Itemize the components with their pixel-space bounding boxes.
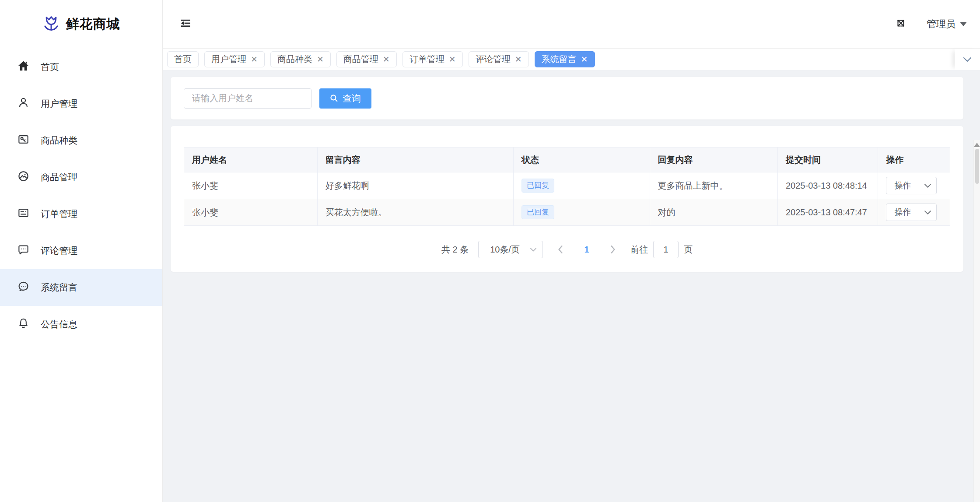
admin-label: 管理员 xyxy=(927,18,956,31)
cell-time: 2025-03-13 08:47:47 xyxy=(778,199,878,226)
top-header: 管理员 xyxy=(163,0,980,49)
tab-comment-management[interactable]: 评论管理 ✕ xyxy=(469,51,529,67)
message-bubble-icon xyxy=(18,281,29,295)
cell-message: 好多鲜花啊 xyxy=(317,172,513,199)
admin-dropdown[interactable]: 管理员 xyxy=(927,18,967,31)
user-icon xyxy=(18,97,29,111)
close-icon[interactable]: ✕ xyxy=(317,55,324,63)
tab-label: 评论管理 xyxy=(476,53,511,65)
tab-order-management[interactable]: 订单管理 ✕ xyxy=(402,51,463,67)
cell-actions: 操作 xyxy=(878,172,950,199)
collapse-sidebar-button[interactable] xyxy=(179,18,192,30)
cell-time: 2025-03-13 08:48:14 xyxy=(778,172,878,199)
sidebar-item-comments[interactable]: 评论管理 xyxy=(0,232,162,269)
sidebar-item-product-management[interactable]: 商品管理 xyxy=(0,159,162,196)
cell-reply: 更多商品上新中。 xyxy=(650,172,777,199)
app-window: 鲜花商城 首页 用户管理 xyxy=(0,0,980,502)
row-action-dropdown[interactable]: 操作 xyxy=(886,177,937,194)
scroll-up-arrow-icon[interactable] xyxy=(974,143,980,147)
tab-label: 系统留言 xyxy=(542,53,577,65)
chevron-down-icon[interactable] xyxy=(919,204,936,221)
col-username: 用户姓名 xyxy=(184,147,318,172)
col-status: 状态 xyxy=(513,147,650,172)
pagination: 共 2 条 10条/页 1 xyxy=(184,241,950,258)
tab-label: 订单管理 xyxy=(410,53,444,65)
sidebar-item-label: 订单管理 xyxy=(41,208,77,220)
chevron-down-icon[interactable] xyxy=(919,177,936,194)
close-icon[interactable]: ✕ xyxy=(251,55,258,63)
sidebar-item-system-messages[interactable]: 系统留言 xyxy=(0,269,162,306)
content-area: 查询 用户姓名 留言内容 状态 回复内容 xyxy=(163,70,980,502)
sidebar-menu: 首页 用户管理 商品种 xyxy=(0,49,162,343)
col-actions: 操作 xyxy=(878,147,950,172)
fullscreen-icon[interactable] xyxy=(895,18,906,31)
tab-label: 用户管理 xyxy=(211,53,246,65)
query-button[interactable]: 查询 xyxy=(319,88,371,109)
bell-icon xyxy=(18,317,29,331)
chevron-down-icon xyxy=(960,22,967,26)
tab-product-category[interactable]: 商品种类 ✕ xyxy=(270,51,331,67)
cell-username: 张小斐 xyxy=(184,172,318,199)
cell-status: 已回复 xyxy=(513,199,650,226)
row-action-dropdown[interactable]: 操作 xyxy=(886,204,937,221)
tab-label: 商品管理 xyxy=(343,53,378,65)
prev-page-button[interactable] xyxy=(553,241,568,258)
sidebar-item-label: 用户管理 xyxy=(41,98,77,110)
logo: 鲜花商城 xyxy=(0,0,162,49)
comment-bubble-icon xyxy=(18,244,29,258)
close-icon[interactable]: ✕ xyxy=(515,55,522,63)
sidebar: 鲜花商城 首页 用户管理 xyxy=(0,0,163,502)
cell-actions: 操作 xyxy=(878,199,950,226)
cell-reply: 对的 xyxy=(650,199,777,226)
sidebar-item-label: 公告信息 xyxy=(41,318,77,330)
sidebar-item-announcements[interactable]: 公告信息 xyxy=(0,306,162,343)
messages-table: 用户姓名 留言内容 状态 回复内容 提交时间 操作 张小斐 好多鲜花啊 xyxy=(184,147,950,226)
sidebar-item-label: 评论管理 xyxy=(41,245,77,257)
sidebar-item-label: 首页 xyxy=(41,61,59,73)
sidebar-item-product-category[interactable]: 商品种类 xyxy=(0,122,162,159)
scrollbar-thumb[interactable] xyxy=(975,149,979,184)
vertical-scrollbar[interactable] xyxy=(973,140,980,502)
status-badge: 已回复 xyxy=(522,205,554,219)
search-input[interactable] xyxy=(184,88,312,109)
order-card-icon xyxy=(18,207,29,221)
goto-label: 前往 xyxy=(630,244,648,256)
page-number-1[interactable]: 1 xyxy=(578,245,595,255)
sidebar-item-label: 商品管理 xyxy=(41,171,77,183)
chevron-down-icon xyxy=(530,248,536,252)
tab-user-management[interactable]: 用户管理 ✕ xyxy=(204,51,265,67)
close-icon[interactable]: ✕ xyxy=(383,55,390,63)
goto-page-input[interactable] xyxy=(653,241,679,258)
next-page-button[interactable] xyxy=(605,241,621,258)
tab-bar: 首页 用户管理 ✕ 商品种类 ✕ 商品管理 ✕ 订单管理 ✕ 评论管理 ✕ xyxy=(163,49,980,70)
sidebar-item-home[interactable]: 首页 xyxy=(0,49,162,85)
tab-product-management[interactable]: 商品管理 ✕ xyxy=(336,51,397,67)
tab-home[interactable]: 首页 xyxy=(167,51,199,67)
sidebar-item-label: 系统留言 xyxy=(41,281,77,294)
messages-panel: 用户姓名 留言内容 状态 回复内容 提交时间 操作 张小斐 好多鲜花啊 xyxy=(171,126,963,272)
page-size-select[interactable]: 10条/页 xyxy=(478,241,543,258)
col-time: 提交时间 xyxy=(778,147,878,172)
category-card-icon xyxy=(18,133,29,147)
search-icon xyxy=(330,94,338,102)
row-action-label: 操作 xyxy=(886,204,919,221)
home-icon xyxy=(18,60,29,74)
close-icon[interactable]: ✕ xyxy=(581,55,588,63)
goods-picture-icon xyxy=(18,170,29,184)
status-badge: 已回复 xyxy=(522,179,554,192)
sidebar-item-users[interactable]: 用户管理 xyxy=(0,85,162,122)
goto-unit: 页 xyxy=(684,244,693,256)
tulip-logo-icon xyxy=(42,15,60,34)
search-panel: 查询 xyxy=(171,77,963,119)
tab-overflow-button[interactable] xyxy=(955,49,980,70)
table-row: 张小斐 买花太方便啦。 已回复 对的 2025-03-13 08:47:47 操… xyxy=(184,199,950,226)
tab-label: 首页 xyxy=(174,53,192,65)
sidebar-item-orders[interactable]: 订单管理 xyxy=(0,196,162,232)
cell-username: 张小斐 xyxy=(184,199,318,226)
main-area: 管理员 首页 用户管理 ✕ 商品种类 ✕ 商品管理 ✕ 订单 xyxy=(163,0,980,502)
tab-system-messages[interactable]: 系统留言 ✕ xyxy=(535,51,595,67)
goto-page-group: 前往 页 xyxy=(630,241,693,258)
app-title: 鲜花商城 xyxy=(66,15,120,33)
close-icon[interactable]: ✕ xyxy=(449,55,456,63)
col-message: 留言内容 xyxy=(317,147,513,172)
